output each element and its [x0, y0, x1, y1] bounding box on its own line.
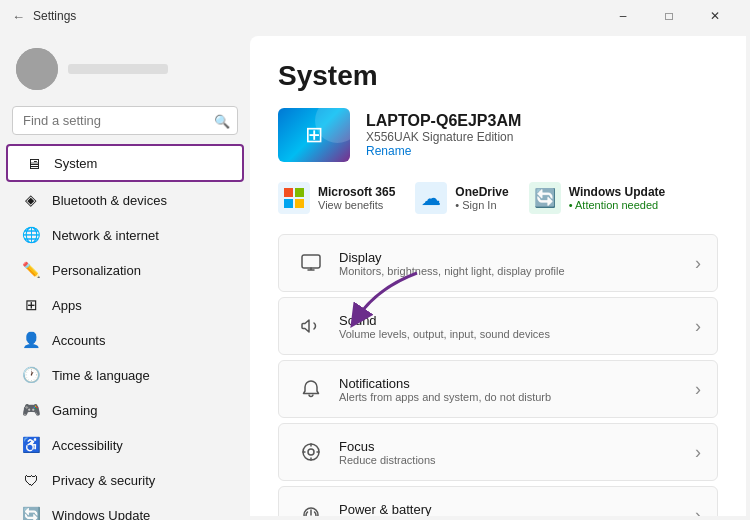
power-title: Power & battery	[339, 502, 695, 517]
rename-link[interactable]: Rename	[366, 144, 718, 158]
title-bar: ← Settings – □ ✕	[0, 0, 750, 32]
windows-update-quick-text: Windows Update• Attention needed	[569, 185, 666, 211]
minimize-button[interactable]: –	[600, 0, 646, 32]
sidebar-item-accessibility[interactable]: ♿Accessibility	[6, 428, 244, 462]
sidebar-item-privacy[interactable]: 🛡Privacy & security	[6, 463, 244, 497]
sound-settings-icon	[295, 310, 327, 342]
sidebar-item-label-time: Time & language	[52, 368, 228, 383]
nav-list: 🖥System◈Bluetooth & devices🌐Network & in…	[0, 143, 250, 520]
display-text: DisplayMonitors, brightness, night light…	[339, 250, 695, 277]
sidebar-item-label-gaming: Gaming	[52, 403, 228, 418]
display-title: Display	[339, 250, 695, 265]
svg-rect-3	[295, 199, 304, 208]
quick-links: Microsoft 365View benefits☁OneDrive• Sig…	[278, 182, 718, 214]
quick-link-m365[interactable]: Microsoft 365View benefits	[278, 182, 395, 214]
system-icon: 🖥	[24, 154, 42, 172]
search-input[interactable]	[12, 106, 238, 135]
search-icon: 🔍	[214, 113, 230, 128]
focus-text: FocusReduce distractions	[339, 439, 695, 466]
settings-item-notifications[interactable]: NotificationsAlerts from apps and system…	[278, 360, 718, 418]
sidebar-item-accounts[interactable]: 👤Accounts	[6, 323, 244, 357]
main-content: System ⊞ LAPTOP-Q6EJP3AM X556UAK Signatu…	[250, 36, 746, 516]
sidebar-item-label-apps: Apps	[52, 298, 228, 313]
windows-update-quick-sub: • Attention needed	[569, 199, 666, 211]
onedrive-quick-sub: • Sign In	[455, 199, 508, 211]
maximize-button[interactable]: □	[646, 0, 692, 32]
power-text: Power & batterySleep, battery usage, bat…	[339, 502, 695, 517]
quick-link-onedrive[interactable]: ☁OneDrive• Sign In	[415, 182, 508, 214]
onedrive-quick-text: OneDrive• Sign In	[455, 185, 508, 211]
sidebar-item-gaming[interactable]: 🎮Gaming	[6, 393, 244, 427]
avatar	[16, 48, 58, 90]
settings-item-sound[interactable]: SoundVolume levels, output, input, sound…	[278, 297, 718, 355]
privacy-icon: 🛡	[22, 471, 40, 489]
sidebar-item-label-accounts: Accounts	[52, 333, 228, 348]
settings-item-focus[interactable]: FocusReduce distractions›	[278, 423, 718, 481]
onedrive-quick-title: OneDrive	[455, 185, 508, 199]
gaming-icon: 🎮	[22, 401, 40, 419]
title-bar-left: ← Settings	[12, 9, 76, 24]
sidebar-item-label-privacy: Privacy & security	[52, 473, 228, 488]
svg-point-7	[308, 449, 314, 455]
display-chevron-icon: ›	[695, 253, 701, 274]
page-title: System	[278, 60, 718, 92]
sidebar-item-label-bluetooth: Bluetooth & devices	[52, 193, 228, 208]
sidebar-item-network[interactable]: 🌐Network & internet	[6, 218, 244, 252]
sidebar-item-bluetooth[interactable]: ◈Bluetooth & devices	[6, 183, 244, 217]
profile-section	[0, 36, 250, 102]
sidebar-item-label-personalization: Personalization	[52, 263, 228, 278]
device-logo: ⊞	[278, 108, 350, 162]
settings-item-power[interactable]: Power & batterySleep, battery usage, bat…	[278, 486, 718, 516]
m365-quick-text: Microsoft 365View benefits	[318, 185, 395, 211]
time-icon: 🕐	[22, 366, 40, 384]
focus-title: Focus	[339, 439, 695, 454]
power-settings-icon	[295, 499, 327, 516]
windows-update-icon: 🔄	[22, 506, 40, 520]
focus-subtitle: Reduce distractions	[339, 454, 695, 466]
back-icon[interactable]: ←	[12, 9, 25, 24]
device-name: LAPTOP-Q6EJP3AM	[366, 112, 718, 130]
app-title: Settings	[33, 9, 76, 23]
accounts-icon: 👤	[22, 331, 40, 349]
sidebar-item-time[interactable]: 🕐Time & language	[6, 358, 244, 392]
svg-rect-1	[295, 188, 304, 197]
onedrive-quick-icon: ☁	[415, 182, 447, 214]
search-box: 🔍	[12, 106, 238, 135]
windows-update-quick-icon: 🔄	[529, 182, 561, 214]
bluetooth-icon: ◈	[22, 191, 40, 209]
profile-name	[68, 64, 168, 74]
quick-link-windows-update[interactable]: 🔄Windows Update• Attention needed	[529, 182, 666, 214]
apps-icon: ⊞	[22, 296, 40, 314]
device-info: LAPTOP-Q6EJP3AM X556UAK Signature Editio…	[366, 112, 718, 158]
display-subtitle: Monitors, brightness, night light, displ…	[339, 265, 695, 277]
settings-list: DisplayMonitors, brightness, night light…	[278, 234, 718, 516]
svg-rect-2	[284, 199, 293, 208]
sound-subtitle: Volume levels, output, input, sound devi…	[339, 328, 695, 340]
notifications-subtitle: Alerts from apps and system, do not dist…	[339, 391, 695, 403]
sidebar-item-label-accessibility: Accessibility	[52, 438, 228, 453]
personalization-icon: ✏️	[22, 261, 40, 279]
m365-quick-sub: View benefits	[318, 199, 395, 211]
network-icon: 🌐	[22, 226, 40, 244]
sidebar-item-label-network: Network & internet	[52, 228, 228, 243]
accessibility-icon: ♿	[22, 436, 40, 454]
settings-item-display[interactable]: DisplayMonitors, brightness, night light…	[278, 234, 718, 292]
focus-settings-icon	[295, 436, 327, 468]
sound-text: SoundVolume levels, output, input, sound…	[339, 313, 695, 340]
sidebar-item-label-system: System	[54, 156, 226, 171]
notifications-settings-icon	[295, 373, 327, 405]
notifications-text: NotificationsAlerts from apps and system…	[339, 376, 695, 403]
close-button[interactable]: ✕	[692, 0, 738, 32]
sidebar-item-windows-update[interactable]: 🔄Windows Update	[6, 498, 244, 520]
window-controls: – □ ✕	[600, 0, 738, 32]
m365-quick-title: Microsoft 365	[318, 185, 395, 199]
power-chevron-icon: ›	[695, 505, 701, 517]
sidebar-item-apps[interactable]: ⊞Apps	[6, 288, 244, 322]
sidebar-item-personalization[interactable]: ✏️Personalization	[6, 253, 244, 287]
svg-rect-4	[302, 255, 320, 268]
sound-chevron-icon: ›	[695, 316, 701, 337]
sidebar: 🔍 🖥System◈Bluetooth & devices🌐Network & …	[0, 32, 250, 520]
sidebar-item-label-windows-update: Windows Update	[52, 508, 228, 521]
sidebar-item-system[interactable]: 🖥System	[6, 144, 244, 182]
device-card: ⊞ LAPTOP-Q6EJP3AM X556UAK Signature Edit…	[278, 108, 718, 162]
